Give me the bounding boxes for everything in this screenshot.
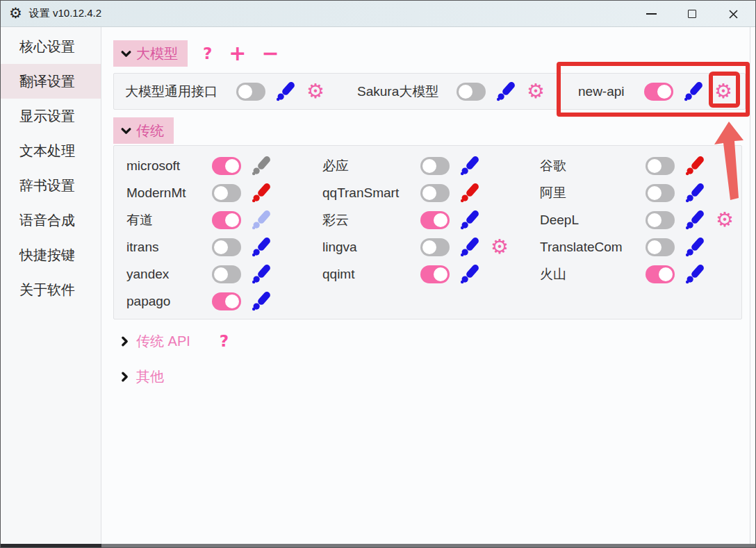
settings-window: ⚙ 设置 v10.12.4.2 核心设置 翻译设置 显示设置 文本处理 辞书设置… xyxy=(0,0,756,548)
maximize-button[interactable] xyxy=(677,1,707,27)
brush-icon[interactable] xyxy=(684,183,705,204)
service-new-api: new-api ⚙ xyxy=(578,74,732,109)
service-label: 阿里 xyxy=(540,184,646,202)
toggle-microsoft[interactable] xyxy=(212,157,241,175)
brush-icon[interactable] xyxy=(275,81,296,102)
toggle-caiyun[interactable] xyxy=(420,211,450,229)
chevron-down-icon xyxy=(120,125,132,137)
brush-icon[interactable] xyxy=(251,210,272,231)
service-label: new-api xyxy=(578,84,644,99)
brush-icon[interactable] xyxy=(251,264,272,285)
toggle-qqtransmart[interactable] xyxy=(420,184,450,202)
toggle-deepl[interactable] xyxy=(646,211,675,229)
brush-icon[interactable] xyxy=(251,237,272,258)
close-button[interactable] xyxy=(718,1,748,27)
brush-icon[interactable] xyxy=(459,183,480,204)
toggle-sakura[interactable] xyxy=(457,83,486,101)
window-controls xyxy=(636,1,748,27)
translation-settings-panel: 大模型 ? + − 大模型通用接口 ⚙ Sakura大模型 ⚙ xyxy=(101,27,755,548)
service-label: microsoft xyxy=(126,158,212,174)
section-toggle-traditional[interactable]: 传统 xyxy=(113,117,174,144)
sidebar-item-translation-settings[interactable]: 翻译设置 xyxy=(1,64,101,99)
large-model-group: 大模型通用接口 ⚙ Sakura大模型 ⚙ new-api ⚙ xyxy=(113,73,746,110)
brush-icon[interactable] xyxy=(459,210,480,231)
sidebar-item-text-processing[interactable]: 文本处理 xyxy=(1,133,101,168)
sidebar-item-display-settings[interactable]: 显示设置 xyxy=(1,99,101,133)
sidebar-item-tts[interactable]: 语音合成 xyxy=(1,203,101,238)
brush-icon[interactable] xyxy=(251,156,272,176)
toggle-youdao[interactable] xyxy=(212,211,241,229)
service-label: ModernMt xyxy=(126,185,212,201)
sidebar-item-about[interactable]: 关于软件 xyxy=(1,272,101,307)
brush-icon[interactable] xyxy=(459,237,480,258)
new-api-gear-icon[interactable]: ⚙ xyxy=(714,81,732,101)
sidebar-item-core-settings[interactable]: 核心设置 xyxy=(1,29,101,64)
section-header-traditional-api[interactable]: 传统 API ? xyxy=(119,331,229,351)
toggle-ali[interactable] xyxy=(646,184,675,202)
sidebar: 核心设置 翻译设置 显示设置 文本处理 辞书设置 语音合成 快捷按键 关于软件 xyxy=(1,27,101,548)
maximize-icon xyxy=(688,10,696,18)
toggle-bing[interactable] xyxy=(420,157,450,175)
service-label: papago xyxy=(126,294,212,309)
toggle-new-api[interactable] xyxy=(644,83,673,101)
service-qqtransmart: qqTranSmart xyxy=(322,179,509,206)
sidebar-item-dictionary-settings[interactable]: 辞书设置 xyxy=(1,168,101,203)
bottom-edge xyxy=(1,544,755,547)
minimize-icon xyxy=(646,13,657,15)
service-label: 必应 xyxy=(322,157,420,175)
close-icon xyxy=(728,9,739,19)
section-header-large-model: 大模型 ? + − xyxy=(113,40,279,67)
toggle-itrans[interactable] xyxy=(212,238,241,256)
service-google: 谷歌 xyxy=(540,152,734,179)
toggle-modernmt[interactable] xyxy=(212,184,241,202)
help-button[interactable]: ? xyxy=(203,44,212,63)
add-model-button[interactable]: + xyxy=(229,43,246,64)
help-button[interactable]: ? xyxy=(220,332,229,350)
service-label: TranslateCom xyxy=(540,240,646,255)
service-label: 火山 xyxy=(540,265,646,283)
service-label: qqimt xyxy=(322,267,420,282)
section-header-other[interactable]: 其他 xyxy=(119,367,164,386)
toggle-lingva[interactable] xyxy=(420,238,450,256)
remove-model-button[interactable]: − xyxy=(261,43,279,64)
service-label: yandex xyxy=(126,267,212,282)
sidebar-item-hotkeys[interactable]: 快捷按键 xyxy=(1,238,101,272)
service-label: DeepL xyxy=(540,213,646,228)
brush-icon[interactable] xyxy=(684,264,705,285)
chevron-right-icon xyxy=(119,371,131,383)
brush-icon[interactable] xyxy=(683,81,704,102)
brush-icon[interactable] xyxy=(251,183,272,204)
gear-icon[interactable]: ⚙ xyxy=(716,210,734,230)
gear-icon[interactable]: ⚙ xyxy=(306,81,324,101)
brush-icon[interactable] xyxy=(495,81,516,102)
service-translatecom: TranslateCom xyxy=(540,233,734,260)
brush-icon[interactable] xyxy=(459,156,480,176)
toggle-yandex[interactable] xyxy=(212,265,241,283)
brush-icon[interactable] xyxy=(684,156,705,176)
brush-icon[interactable] xyxy=(684,237,705,258)
toggle-papago[interactable] xyxy=(212,292,241,310)
minimize-button[interactable] xyxy=(636,1,666,27)
gear-icon[interactable]: ⚙ xyxy=(527,81,545,101)
service-label: lingva xyxy=(322,240,420,255)
service-lingva: lingva ⚙ xyxy=(322,233,509,260)
service-papago: papago xyxy=(126,288,272,315)
section-toggle-large-model[interactable]: 大模型 xyxy=(113,40,188,67)
titlebar[interactable]: ⚙ 设置 v10.12.4.2 xyxy=(1,1,755,27)
toggle-qqimt[interactable] xyxy=(420,265,450,283)
brush-icon[interactable] xyxy=(459,264,480,285)
toggle-llm-api[interactable] xyxy=(236,83,265,101)
chevron-down-icon xyxy=(120,48,132,60)
toggle-google[interactable] xyxy=(646,157,675,175)
service-caiyun: 彩云 xyxy=(322,206,509,233)
brush-icon[interactable] xyxy=(684,210,705,231)
service-microsoft: microsoft xyxy=(126,152,272,179)
toggle-huoshan[interactable] xyxy=(646,265,675,283)
gear-icon[interactable]: ⚙ xyxy=(491,237,509,257)
service-label: Sakura大模型 xyxy=(357,83,457,101)
service-llm-api: 大模型通用接口 ⚙ xyxy=(125,74,324,109)
toggle-translatecom[interactable] xyxy=(646,238,675,256)
brush-icon[interactable] xyxy=(251,291,272,312)
section-label: 其他 xyxy=(136,367,164,386)
service-yandex: yandex xyxy=(126,260,272,288)
